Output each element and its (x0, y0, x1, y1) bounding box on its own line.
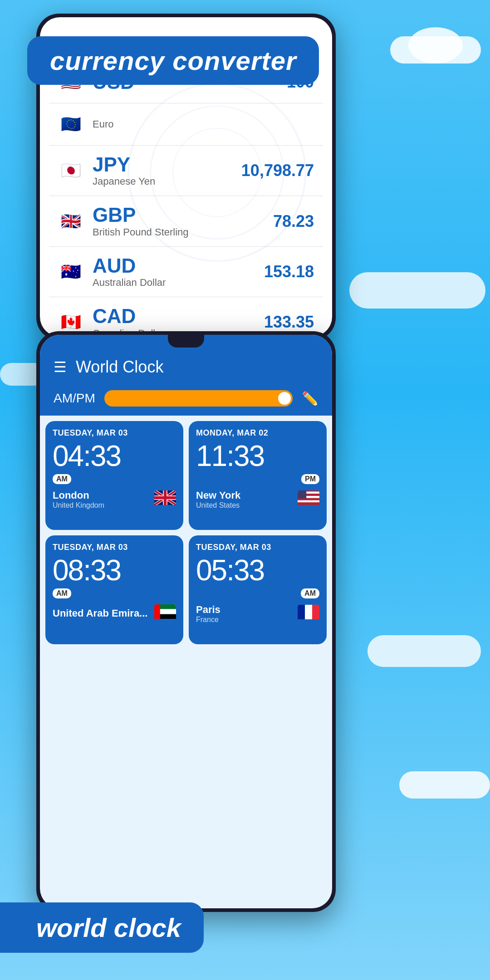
london-ampm: AM (53, 474, 71, 484)
aud-value: 153.18 (264, 262, 314, 281)
paris-ampm: AM (301, 588, 319, 598)
svg-rect-11 (298, 490, 306, 499)
paris-city: Paris (196, 604, 220, 616)
clock-grid: TUESDAY, MAR 03 04:33 AM London United K… (40, 416, 332, 650)
london-city: London (53, 490, 104, 501)
uae-time: 08:33 (53, 556, 176, 585)
svg-rect-15 (154, 604, 160, 619)
aud-flag: 🇦🇺 (58, 259, 83, 284)
newyork-city: New York (196, 490, 240, 501)
clock-card-paris[interactable]: TUESDAY, MAR 03 05:33 AM Paris France (189, 535, 327, 644)
aud-code: AUD (93, 255, 264, 277)
jpy-flag: 🇯🇵 (58, 158, 83, 183)
uae-city: United Arab Emira... (53, 608, 147, 619)
currency-item-jpy: 🇯🇵 JPY Japanese Yen 10,798.77 (49, 146, 323, 196)
ampm-toggle[interactable] (104, 390, 293, 407)
london-footer: London United Kingdom (53, 490, 176, 510)
gbp-value: 78.23 (273, 212, 314, 231)
gbp-name: British Pound Sterling (93, 226, 273, 238)
jpy-value: 10,798.77 (241, 161, 314, 180)
ampm-label: AM/PM (54, 391, 95, 406)
clock-card-uae[interactable]: TUESDAY, MAR 03 08:33 AM United Arab Emi… (45, 535, 183, 644)
cloud-5 (399, 771, 490, 799)
jpy-info: JPY Japanese Yen (93, 154, 241, 187)
gbp-flag: 🇬🇧 (58, 209, 83, 234)
newyork-ampm: PM (301, 474, 319, 484)
clock-card-newyork[interactable]: MONDAY, MAR 02 11:33 PM New York United … (189, 421, 327, 530)
currency-converter-banner: currency converter (27, 36, 319, 85)
london-date: TUESDAY, MAR 03 (53, 428, 176, 438)
newyork-footer: New York United States (196, 490, 319, 510)
svg-rect-17 (305, 605, 312, 619)
cloud-1 (390, 36, 481, 64)
eur-name: Euro (93, 118, 314, 130)
cad-code: CAD (93, 305, 264, 327)
newyork-location: New York United States (196, 490, 240, 510)
currency-banner-text: currency converter (50, 46, 296, 75)
eur-flag: 🇪🇺 (58, 112, 83, 137)
svg-rect-9 (298, 500, 319, 503)
world-clock-phone: ☰ World Clock AM/PM ✏️ TUESDAY, MAR 03 0… (36, 331, 336, 912)
newyork-country: United States (196, 501, 240, 510)
currency-item-eur: 🇪🇺 Euro (49, 103, 323, 146)
uae-ampm: AM (53, 588, 71, 598)
currency-item-aud: 🇦🇺 AUD Australian Dollar 153.18 (49, 247, 323, 297)
edit-icon[interactable]: ✏️ (302, 391, 318, 407)
eur-info: Euro (93, 118, 314, 130)
world-clock-screen: ☰ World Clock AM/PM ✏️ TUESDAY, MAR 03 0… (40, 335, 332, 908)
svg-rect-18 (312, 605, 319, 619)
cloud-3 (349, 272, 485, 309)
uae-footer: United Arab Emira... (53, 604, 176, 623)
paris-footer: Paris France (196, 604, 319, 624)
phone-notch (168, 335, 204, 348)
aud-name: Australian Dollar (93, 277, 264, 289)
london-time: 04:33 (53, 441, 176, 470)
gbp-code: GBP (93, 204, 273, 226)
jpy-code: JPY (93, 154, 241, 176)
paris-flag (298, 604, 319, 623)
newyork-date: MONDAY, MAR 02 (196, 428, 319, 438)
hamburger-icon[interactable]: ☰ (54, 358, 67, 376)
uae-location: United Arab Emira... (53, 608, 147, 619)
paris-location: Paris France (196, 604, 220, 624)
aud-info: AUD Australian Dollar (93, 255, 264, 289)
newyork-time: 11:33 (196, 441, 319, 470)
world-clock-title: World Clock (76, 358, 318, 377)
clock-card-london[interactable]: TUESDAY, MAR 03 04:33 AM London United K… (45, 421, 183, 530)
gbp-info: GBP British Pound Sterling (93, 204, 273, 238)
paris-date: TUESDAY, MAR 03 (196, 543, 319, 552)
cloud-4 (368, 635, 481, 667)
uae-date: TUESDAY, MAR 03 (53, 543, 176, 552)
paris-country: France (196, 616, 220, 624)
paris-time: 05:33 (196, 556, 319, 585)
currency-item-gbp: 🇬🇧 GBP British Pound Sterling 78.23 (49, 196, 323, 246)
currency-list: 🇺🇸 USD 100 🇪🇺 Euro 🇯🇵 JPY Japanese Yen (40, 61, 332, 337)
currency-item-cad: 🇨🇦 CAD Canadian Dollar 133.35 (49, 297, 323, 337)
world-clock-banner: world clock (0, 902, 204, 953)
london-country: United Kingdom (53, 501, 104, 510)
toggle-knob (278, 392, 291, 405)
cad-value: 133.35 (264, 313, 314, 332)
newyork-flag (298, 490, 319, 509)
svg-rect-10 (298, 502, 319, 505)
london-location: London United Kingdom (53, 490, 104, 510)
wc-banner-text: world clock (36, 913, 181, 942)
london-flag (154, 490, 176, 509)
world-clock-subheader: AM/PM ✏️ (40, 386, 332, 416)
svg-rect-16 (298, 605, 305, 619)
uae-flag (154, 604, 176, 623)
jpy-name: Japanese Yen (93, 176, 241, 187)
